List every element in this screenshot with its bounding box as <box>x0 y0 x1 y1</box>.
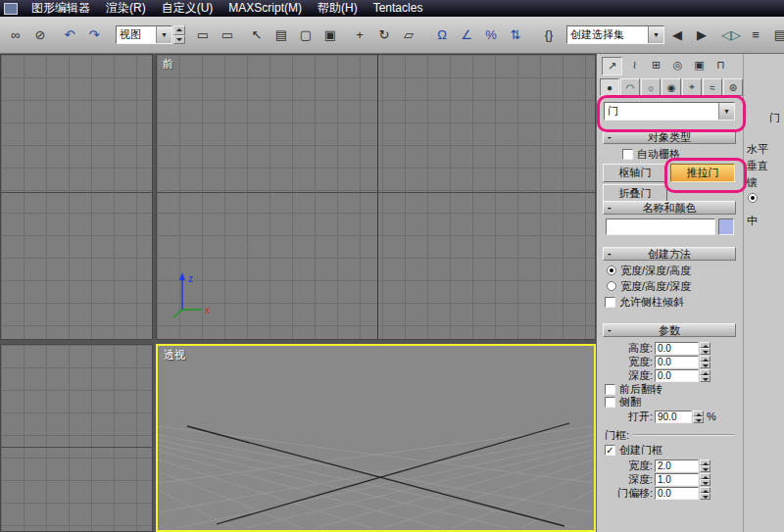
mirror-icon[interactable]: ◁▷ <box>719 24 743 47</box>
menu-help[interactable]: 帮助(H) <box>310 0 366 17</box>
frame-group-row: 门框: <box>605 429 734 441</box>
unlink-selection-icon[interactable]: ⊘ <box>28 24 52 47</box>
spinner-down-icon[interactable] <box>700 465 710 472</box>
pivot-door-button[interactable]: 枢轴门 <box>603 164 667 182</box>
depth-spinner[interactable] <box>700 369 710 382</box>
frame-width-spinner[interactable] <box>700 459 710 472</box>
menu-maxscript[interactable]: MAXScript(M) <box>220 0 310 17</box>
align-icon[interactable]: ≡ <box>744 24 767 47</box>
autogrid-checkbox[interactable] <box>622 149 633 160</box>
door-offset-field[interactable]: 0.0 <box>655 487 699 500</box>
next-set-icon[interactable]: ▶ <box>690 24 713 47</box>
dropdown-arrow-icon[interactable]: ▼ <box>648 26 663 43</box>
rollout-collapse-icon: - <box>608 130 612 142</box>
rollout-creation-method[interactable]: - 创建方法 <box>603 247 736 261</box>
select-object-icon[interactable]: ↖ <box>245 24 269 47</box>
prev-set-icon[interactable]: ◀ <box>665 24 689 47</box>
window-crossing-icon[interactable]: ▣ <box>318 24 342 47</box>
spinner-down-icon[interactable] <box>700 348 710 355</box>
depth-field[interactable]: 0.0 <box>655 369 699 382</box>
viewport-left-top[interactable] <box>0 54 153 340</box>
redo-icon[interactable]: ↷ <box>82 24 106 47</box>
category-dropdown[interactable]: 门 ▼ <box>604 102 735 121</box>
select-and-move-icon[interactable]: + <box>348 24 371 47</box>
menu-tentacles[interactable]: Tentacles <box>366 0 431 17</box>
menu-rendering[interactable]: 渲染(R) <box>98 0 154 17</box>
viewport-layout-spinner[interactable] <box>173 25 185 44</box>
dropdown-arrow-icon[interactable]: ▼ <box>156 26 172 43</box>
sliding-door-button[interactable]: 推拉门 <box>670 164 735 182</box>
monitor-icon-2[interactable]: ▭ <box>216 24 239 47</box>
frame-depth-spinner[interactable] <box>700 473 710 486</box>
modify-tab-icon[interactable]: ≀ <box>625 57 644 73</box>
select-and-scale-icon[interactable]: ▱ <box>397 24 420 47</box>
menu-customize[interactable]: 自定义(U) <box>154 0 221 17</box>
viewport-front[interactable]: 前 z x <box>156 54 596 340</box>
motion-tab-icon[interactable]: ◎ <box>668 57 687 73</box>
angle-snap-icon[interactable]: ∠ <box>455 24 478 47</box>
door-offset-spinner[interactable] <box>700 487 710 500</box>
spinner-down-icon[interactable] <box>700 493 710 500</box>
create-frame-checkbox[interactable]: ✓ <box>605 445 615 456</box>
spinner-down-icon[interactable] <box>700 362 710 368</box>
width-spinner[interactable] <box>700 356 710 368</box>
width-field[interactable]: 0.0 <box>655 356 699 368</box>
display-tab-icon[interactable]: ▣ <box>690 57 709 73</box>
spinner-up-icon[interactable] <box>173 25 185 35</box>
utilities-tab-icon[interactable]: ⊓ <box>711 57 730 73</box>
frame-width-field[interactable]: 2.0 <box>655 459 699 472</box>
object-name-input[interactable] <box>606 218 715 235</box>
rectangular-region-icon[interactable]: ▢ <box>294 24 318 47</box>
viewport-perspective[interactable]: 透视 <box>156 344 596 532</box>
viewport-left-bottom[interactable] <box>0 344 153 532</box>
height-spinner[interactable] <box>700 342 710 355</box>
flip-hinge-checkbox[interactable] <box>605 397 615 408</box>
second-column-vertical-label: 垂直 <box>747 159 768 173</box>
geometry-icon[interactable]: ● <box>600 78 619 96</box>
helpers-icon[interactable]: ⌖ <box>682 78 702 96</box>
space-warps-icon[interactable]: ≈ <box>703 78 722 96</box>
spinner-down-icon[interactable] <box>700 375 710 382</box>
lights-icon[interactable]: ☼ <box>641 78 661 96</box>
spinner-down-icon[interactable] <box>693 416 704 423</box>
snap-toggle-icon[interactable]: Ω <box>430 24 454 47</box>
second-column-radio[interactable] <box>748 193 758 203</box>
undo-icon[interactable]: ↶ <box>58 24 81 47</box>
height-field[interactable]: 0.0 <box>655 342 699 355</box>
axis-tripod: z x <box>169 266 214 319</box>
viewport-front-label[interactable]: 前 <box>163 57 173 72</box>
door-offset-row: 门偏移: 0.0 <box>601 486 710 500</box>
named-selection-combo[interactable]: 创建选择集 ▼ <box>566 25 664 44</box>
rollout-parameters[interactable]: - 参数 <box>603 323 736 337</box>
spinner-down-icon[interactable] <box>173 35 185 45</box>
named-selection-sets-icon[interactable]: {} <box>537 24 561 47</box>
viewport-perspective-label[interactable]: 透视 <box>164 348 185 363</box>
percent-snap-icon[interactable]: % <box>479 24 503 47</box>
shapes-icon[interactable]: ◠ <box>620 78 640 96</box>
rollout-object-type[interactable]: - 对象类型 <box>603 130 736 144</box>
creation-whd-radio[interactable] <box>607 281 616 291</box>
select-and-rotate-icon[interactable]: ↻ <box>372 24 396 47</box>
layer-manager-icon[interactable]: ▤ <box>768 24 784 47</box>
allow-tilt-checkbox[interactable] <box>605 297 615 308</box>
object-color-swatch[interactable] <box>718 218 734 235</box>
spinner-snap-icon[interactable]: ⇅ <box>504 24 527 47</box>
rollout-name-color[interactable]: - 名称和颜色 <box>603 201 736 215</box>
select-and-link-icon[interactable]: ∞ <box>4 24 27 47</box>
cameras-icon[interactable]: ◉ <box>662 78 681 96</box>
spinner-down-icon[interactable] <box>700 479 710 486</box>
viewport-layout-dropdown[interactable]: 视图 ▼ <box>116 25 172 44</box>
hierarchy-tab-icon[interactable]: ⊞ <box>647 57 665 73</box>
autogrid-row: 自动栅格 <box>622 148 680 161</box>
systems-icon[interactable]: ⊛ <box>723 78 743 96</box>
creation-wdh-radio[interactable] <box>607 266 616 275</box>
frame-depth-field[interactable]: 1.0 <box>655 473 699 486</box>
monitor-icon-1[interactable]: ▭ <box>191 24 215 47</box>
open-spinner[interactable] <box>693 411 704 423</box>
menu-graph-editors[interactable]: 图形编辑器 <box>24 0 98 17</box>
dropdown-arrow-icon[interactable]: ▼ <box>718 103 734 120</box>
open-field[interactable]: 90.0 <box>655 411 692 423</box>
select-by-name-icon[interactable]: ▤ <box>270 24 293 47</box>
flip-swing-checkbox[interactable] <box>605 384 615 395</box>
create-tab-icon[interactable]: ↗ <box>602 57 622 75</box>
